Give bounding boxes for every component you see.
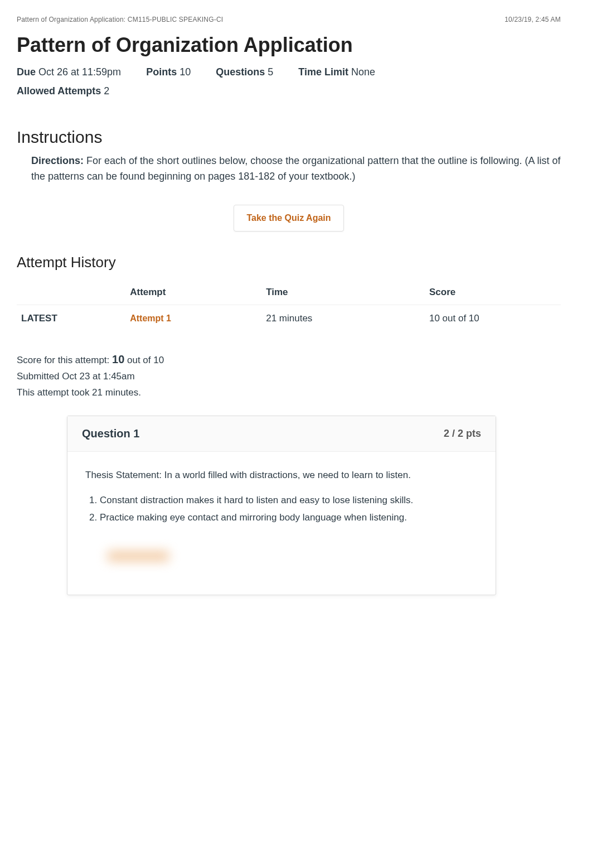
meta-questions: Questions 5 — [216, 62, 273, 81]
quiz-meta: Due Oct 26 at 11:59pm Points 10 Question… — [17, 62, 561, 100]
meta-points-value: 10 — [179, 66, 191, 78]
submitted-line: Submitted Oct 23 at 1:45am — [17, 369, 561, 385]
instructions-body: Directions: For each of the short outlin… — [31, 153, 561, 185]
score-line: Score for this attempt: 10 out of 10 — [17, 350, 561, 369]
meta-due: Due Oct 26 at 11:59pm — [17, 62, 121, 81]
question-card: Question 1 2 / 2 pts Thesis Statement: I… — [67, 416, 496, 595]
meta-timelimit: Time Limit None — [298, 62, 375, 81]
instructions-heading: Instructions — [17, 128, 561, 147]
question-points: 2 / 2 pts — [444, 428, 481, 440]
question-body: Thesis Statement: In a world filled with… — [67, 452, 496, 595]
list-item: Practice making eye contact and mirrorin… — [100, 510, 478, 525]
meta-due-value: Oct 26 at 11:59pm — [38, 66, 121, 78]
meta-points: Points 10 — [146, 62, 191, 81]
duration-line: This attempt took 21 minutes. — [17, 385, 561, 401]
meta-attempts-label: Allowed Attempts — [17, 85, 101, 97]
attempt-time: 21 minutes — [261, 305, 425, 332]
meta-due-label: Due — [17, 66, 36, 78]
blurred-answer — [108, 551, 169, 561]
meta-attempts: Allowed Attempts 2 — [17, 81, 109, 100]
col-score: Score — [425, 281, 561, 305]
score-value: 10 — [112, 353, 124, 365]
instructions-text: For each of the short outlines below, ch… — [31, 155, 561, 182]
question-header: Question 1 2 / 2 pts — [67, 416, 496, 452]
question-title: Question 1 — [82, 427, 139, 440]
table-row: LATEST Attempt 1 21 minutes 10 out of 10 — [17, 305, 561, 332]
page-running-header: Pattern of Organization Application: CM1… — [17, 16, 561, 23]
meta-timelimit-value: None — [351, 66, 375, 78]
header-left: Pattern of Organization Application: CM1… — [17, 16, 223, 23]
thesis-statement: Thesis Statement: In a world filled with… — [85, 467, 478, 483]
score-summary: Score for this attempt: 10 out of 10 Sub… — [17, 350, 561, 401]
quiz-title: Pattern of Organization Application — [17, 33, 561, 57]
latest-badge: LATEST — [17, 305, 125, 332]
meta-points-label: Points — [146, 66, 177, 78]
col-blank — [17, 281, 125, 305]
header-right: 10/23/19, 2:45 AM — [504, 16, 561, 23]
attempt-link[interactable]: Attempt 1 — [130, 314, 171, 323]
list-item: Constant distraction makes it hard to li… — [100, 493, 478, 508]
score-post: out of 10 — [124, 355, 164, 365]
meta-attempts-value: 2 — [104, 85, 109, 97]
instructions-label: Directions: — [31, 155, 84, 166]
col-attempt: Attempt — [125, 281, 261, 305]
meta-timelimit-label: Time Limit — [298, 66, 348, 78]
meta-questions-value: 5 — [268, 66, 273, 78]
col-time: Time — [261, 281, 425, 305]
attempt-history-table: Attempt Time Score LATEST Attempt 1 21 m… — [17, 281, 561, 332]
take-quiz-again-button[interactable]: Take the Quiz Again — [234, 205, 343, 232]
meta-questions-label: Questions — [216, 66, 265, 78]
attempt-score: 10 out of 10 — [425, 305, 561, 332]
divider — [17, 112, 561, 112]
attempt-history-heading: Attempt History — [17, 254, 561, 271]
score-pre: Score for this attempt: — [17, 355, 112, 365]
